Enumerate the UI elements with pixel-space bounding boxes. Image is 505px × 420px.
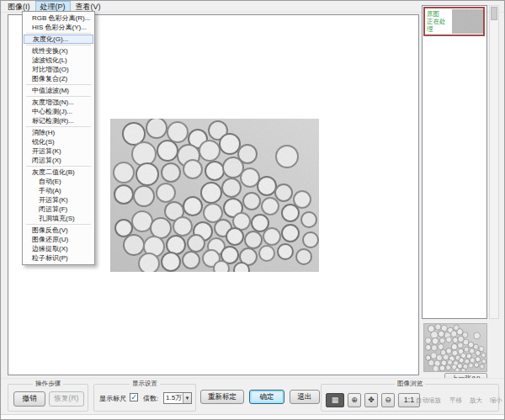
menu-item[interactable]: RGB 色彩分离(R)... — [24, 13, 93, 23]
menu-item[interactable]: 闭运算(F) — [24, 205, 93, 214]
menu-item[interactable]: 开运算(K) — [24, 195, 93, 205]
app-window: 图像(I)处理(P)查看(V) RGB 色彩分离(R)...HIS 色彩分离(Y… — [0, 0, 505, 420]
show-scalebar-label: 显示标尺 — [99, 394, 126, 403]
ok-button[interactable]: 确定 — [249, 390, 284, 404]
menu-item[interactable]: 中心检测(J)... — [24, 107, 93, 116]
menu-item[interactable]: 消除(H) — [24, 128, 93, 137]
list-item-status-text: 原图 正在处理 — [425, 10, 452, 33]
menu-separator — [26, 45, 91, 45]
menu-item[interactable]: 滤波锐化(L) — [24, 56, 93, 65]
magnification-combobox[interactable]: 1.5万 ▼ — [163, 392, 192, 404]
preview-panel — [423, 323, 487, 372]
menu-item[interactable]: 锐化(S) — [24, 137, 93, 146]
processing-menu-dropdown: RGB 色彩分离(R)...HIS 色彩分离(Y)...灰度化(G)...线性变… — [22, 11, 95, 265]
browse-mode-label: 缩小 — [490, 396, 502, 405]
menu-item[interactable]: 手动(A) — [24, 186, 93, 195]
menu-item[interactable]: 灰度增强(N)... — [24, 98, 93, 107]
menu-item[interactable]: 边缘提取(X) — [24, 244, 93, 253]
show-scalebar-checkbox[interactable]: ✓ — [130, 393, 138, 401]
pan-tool[interactable]: ✥ — [364, 393, 378, 407]
menu-separator — [26, 33, 91, 34]
magnification-value: 1.5万 — [166, 394, 182, 401]
menu-item[interactable]: 粒子标识(P) — [24, 253, 93, 263]
menu-item[interactable]: 孔洞填充(S) — [24, 214, 93, 223]
browse-groupbox: 图像浏览 ▦⊕✥⊖1:1自动缩放平移放大缩小 — [321, 384, 499, 412]
browse-group-label: 图像浏览 — [395, 380, 425, 388]
browse-mode-label: 放大 — [470, 396, 482, 405]
menu-separator — [26, 126, 91, 127]
menu-item[interactable]: 中值滤波(M) — [24, 86, 93, 95]
zoom-out-tool[interactable]: ⊖ — [381, 393, 395, 407]
menu-item[interactable]: 闭运算(X) — [24, 156, 93, 165]
menu-item[interactable]: 对比增强(O) — [24, 65, 93, 74]
exit-button[interactable]: 退出 — [290, 390, 320, 404]
steps-group-label: 操作步骤 — [33, 380, 63, 388]
zoom-in-tool[interactable]: ⊕ — [348, 393, 361, 407]
undo-button[interactable]: 撤销 — [13, 391, 45, 407]
scrollbar-thumb[interactable] — [491, 7, 497, 20]
menu-item[interactable]: HIS 色彩分离(Y)... — [24, 23, 93, 32]
status-bar — [1, 414, 504, 420]
list-item-line1: 原图 — [427, 10, 452, 18]
magnification-label: 倍数: — [143, 394, 158, 403]
menu-item[interactable]: 图像复合(Z) — [24, 74, 93, 83]
original-image-tool[interactable]: ▦ — [326, 393, 344, 407]
bottom-toolbar: 操作步骤 撤销 恢复(R) 显示设置 显示标尺 ✓ 倍数: 1.5万 ▼ 重新标… — [1, 378, 504, 414]
image-list[interactable]: 原图 正在处理 — [422, 5, 487, 319]
menu-separator — [26, 166, 91, 167]
menu-item[interactable]: 标记检测(R)... — [24, 116, 93, 125]
display-groupbox: 显示设置 显示标尺 ✓ 倍数: 1.5万 ▼ — [93, 384, 196, 412]
recalibrate-button[interactable]: 重新标定 — [200, 390, 244, 404]
menu-item[interactable]: 灰度化(G)... — [24, 35, 93, 44]
menu-item[interactable]: 图像还原(U) — [24, 235, 93, 244]
preview-thumbnail-image — [424, 324, 486, 371]
list-item-thumbnail — [452, 9, 483, 34]
menu-separator — [26, 84, 91, 85]
steps-groupbox: 操作步骤 撤销 恢复(R) — [8, 384, 88, 412]
menu-item[interactable]: 线性变换(X) — [24, 46, 93, 56]
menu-separator — [26, 224, 91, 225]
list-scrollbar[interactable] — [489, 5, 499, 319]
tem-micrograph-image — [110, 119, 319, 272]
menu-separator — [26, 96, 91, 97]
display-group-label: 显示设置 — [130, 380, 160, 388]
browse-mode-label: 平移 — [449, 396, 462, 405]
menu-item[interactable]: 自动(E) — [24, 177, 93, 186]
browse-mode-label: 自动缩放 — [416, 396, 441, 405]
redo-button[interactable]: 恢复(R) — [49, 391, 84, 407]
menu-item[interactable]: 灰度二值化(B) — [24, 167, 93, 177]
list-item-selected[interactable]: 原图 正在处理 — [423, 7, 485, 36]
menu-item[interactable]: 图像反色(V) — [24, 226, 93, 235]
combo-dropdown-arrow[interactable]: ▼ — [183, 393, 191, 403]
menu-item[interactable]: 开运算(K) — [24, 146, 93, 156]
list-item-line2: 正在处理 — [427, 18, 452, 33]
